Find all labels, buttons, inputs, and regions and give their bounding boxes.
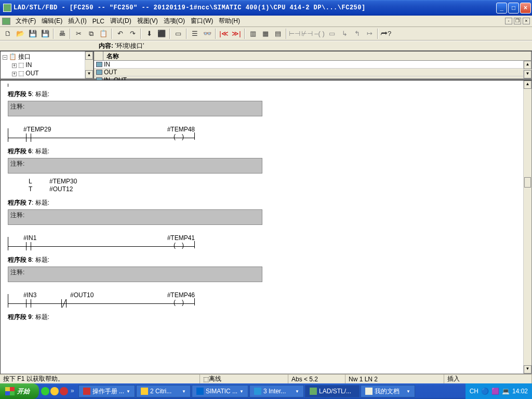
start-button[interactable]: 开始 [0,383,39,399]
goto-start-icon[interactable]: |≪ [218,28,230,39]
menu-edit[interactable]: 编辑(E) [39,16,65,26]
network-9[interactable]: 程序段 9: 标题: [8,313,516,322]
context-help-icon[interactable]: ⮫? [380,28,392,39]
taskbar-task[interactable]: LAD/STL/... [305,385,360,397]
window-title: LAD/STL/FBD - [FC250 -- "FC250" -- 20120… [14,4,496,11]
contact-nc-icon[interactable]: ⊬⊣ [301,28,313,39]
goto-end-icon[interactable]: ≫| [231,28,242,39]
copy-icon[interactable]: ⧉ [85,28,97,39]
coil[interactable] [174,246,184,247]
no-contact[interactable] [24,138,33,138]
monitor-icon[interactable]: ⬛ [156,28,167,39]
branch-close-icon[interactable]: ↰ [351,28,363,39]
catalog-icon[interactable]: ▤ [272,28,284,39]
quicklaunch-overflow-icon[interactable]: » [69,387,76,395]
menu-help[interactable]: 帮助(H) [216,16,243,26]
ladder-editor[interactable]: 程序段 5: 标题: 注释: #TEMP29#TEMP48 [0,80,532,374]
download-icon[interactable]: ⬇ [143,28,155,39]
undo-icon[interactable]: ↶ [114,28,126,39]
mdi-close-button[interactable]: × [523,18,530,24]
coil[interactable] [174,303,184,304]
network-6[interactable]: 程序段 6: 标题: 注释: L#TEMP30 T#OUT12 [8,147,516,193]
list-row[interactable]: IN [94,61,531,69]
tree-scrollbar[interactable]: ▲ ▼ [85,51,93,78]
tray-icon[interactable]: 🔵 [481,388,489,395]
tray-icon[interactable]: 🟪 [491,388,499,395]
tray-icon[interactable]: 💻 [502,388,510,395]
maximize-button[interactable]: □ [508,3,519,14]
list-row[interactable]: OUT [94,69,531,76]
menu-plc[interactable]: PLC [90,17,107,26]
menu-debug[interactable]: 调试(D) [108,16,134,26]
scroll-up-icon[interactable]: ▲ [524,61,531,69]
scroll-down-icon[interactable]: ▼ [85,70,93,78]
symboltable-icon[interactable]: ☰ [189,28,201,39]
scroll-thumb[interactable] [524,177,531,188]
taskbar-task[interactable]: 我的文档▼ [361,385,415,397]
network-7[interactable]: 程序段 7: 标题: 注释: #IN1#TEMP41 [8,198,516,250]
scroll-up-icon[interactable]: ▲ [85,51,93,60]
quicklaunch-icon[interactable] [41,387,49,395]
redo-icon[interactable]: ↷ [127,28,138,39]
glasses-icon[interactable]: 👓 [202,28,213,39]
menu-insert[interactable]: 插入(I) [65,16,89,26]
open-icon[interactable]: 📂 [15,28,26,39]
taskbar-task[interactable]: SIMATIC ...▼ [192,385,248,397]
tree-node-root[interactable]: −📋 接口 [2,52,84,61]
scroll-down-icon[interactable]: ▼ [524,70,531,78]
scroll-up-icon[interactable]: ▲ [524,81,531,89]
tree-node-out[interactable]: +⬚ OUT [2,69,84,77]
scroll-down-icon[interactable]: ▼ [524,365,531,374]
no-contact[interactable] [24,246,33,247]
detail-icon[interactable]: ▦ [260,28,271,39]
print-icon[interactable]: 🖶 [56,28,68,39]
tree-node-inout[interactable]: +⬚ IN_OUT [2,77,84,79]
no-contact[interactable] [24,303,33,304]
coil-icon[interactable]: –( ) [314,28,325,39]
coil[interactable] [174,138,184,138]
task-icon [365,388,373,395]
tree-node-in[interactable]: +⬚ IN [2,61,84,69]
connector-icon[interactable]: ↦ [364,28,375,39]
taskbar-task[interactable]: 3 Inter...▼ [249,385,304,397]
quicklaunch-icon[interactable] [50,387,59,395]
save-source-icon[interactable]: 💾 [27,28,38,39]
menu-file[interactable]: 文件(F) [13,16,38,26]
branch-open-icon[interactable]: ↳ [339,28,350,39]
menu-window[interactable]: 窗口(W) [188,16,216,26]
ime-indicator[interactable]: CH [470,388,478,395]
new-icon[interactable]: 🗋 [2,28,14,39]
save-icon[interactable]: 💾 [39,28,51,39]
comment-box[interactable]: 注释: [8,101,262,116]
col-name[interactable]: 名称 [103,51,531,60]
network-8[interactable]: 程序段 8: 标题: 注释: #IN3#OUT10#TEMP46 [8,256,516,308]
quicklaunch-icon[interactable] [60,387,68,395]
taskbar-task[interactable]: 2 Citri...▼ [136,385,191,397]
close-button[interactable]: × [520,3,531,14]
nc-contact[interactable] [59,303,69,304]
interface-tree[interactable]: −📋 接口 +⬚ IN +⬚ OUT +⬚ IN_OUT ▲ ▼ [0,51,94,79]
module-icon[interactable]: ▭ [172,28,184,39]
app-menu-icon[interactable] [2,18,10,25]
contact-no-icon[interactable]: ⊢⊣ [289,28,300,39]
taskbar-task[interactable]: 操作手册 ...▼ [78,385,135,397]
minimize-button[interactable]: _ [496,3,507,14]
paste-icon[interactable]: 📋 [98,28,109,39]
mdi-minimize-button[interactable]: - [505,18,512,24]
comment-box[interactable]: 注释: [8,267,262,282]
system-tray[interactable]: CH 🔵 🟪 💻 14:02 [466,383,532,399]
editor-scrollbar[interactable]: ▲ ▼ [523,81,531,374]
overview-icon[interactable]: ▥ [247,28,259,39]
list-scrollbar[interactable]: ▲ ▼ [523,61,531,78]
comment-box[interactable]: 注释: [8,158,262,174]
menu-view[interactable]: 视图(V) [135,16,161,26]
stl-code[interactable]: L#TEMP30 T#OUT12 [29,178,516,193]
menu-options[interactable]: 选项(O) [161,16,188,26]
cut-icon[interactable]: ✂ [73,28,84,39]
interface-list[interactable]: 名称 IN OUT IN_OUT ▲ ▼ [94,51,532,79]
network-5[interactable]: 程序段 5: 标题: 注释: #TEMP29#TEMP48 [8,90,516,142]
box-icon[interactable]: ▭ [326,28,338,39]
mdi-restore-button[interactable]: ❐ [514,18,521,24]
comment-box[interactable]: 注释: [8,209,262,225]
clock[interactable]: 14:02 [512,388,528,395]
